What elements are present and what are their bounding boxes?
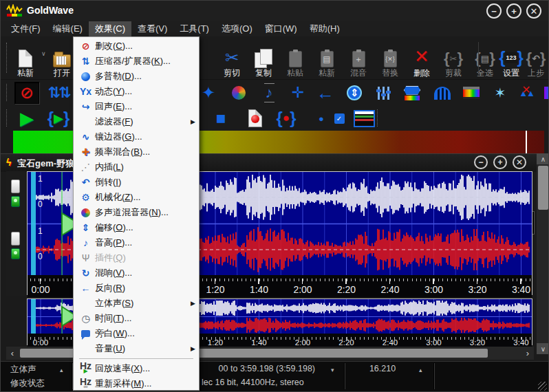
properties-button[interactable] [350, 108, 378, 129]
pop-click-button[interactable]: ✶ [486, 83, 514, 103]
menu-item-playback-rate[interactable]: Hz回放速率(X)... [74, 361, 199, 376]
menu-item-resample[interactable]: Hz重新采样(M)... [74, 376, 199, 391]
record-button[interactable]: ● [272, 108, 300, 129]
left-channel-enable-button[interactable] [11, 196, 20, 207]
scroll-up-icon[interactable]: ∧ [537, 153, 549, 164]
menu-item-echo[interactable]: ↪回声(E)... [74, 99, 199, 114]
sound-maximize-button[interactable]: + [493, 155, 507, 169]
delete-button[interactable]: ✕删除 [406, 38, 438, 78]
expand-arrows-button[interactable]: ✛ [284, 83, 312, 103]
menubar-item-效果(C)[interactable]: 效果(C) [89, 21, 131, 36]
paste-new-button[interactable]: ▤粘新 [311, 38, 343, 78]
toolbar-drag-handle[interactable] [6, 84, 9, 102]
maximize-button[interactable]: + [506, 3, 521, 19]
play-selection-button[interactable]: ▶ [45, 108, 72, 129]
edit-status-field[interactable]: 修改状态 [10, 378, 45, 389]
record-new-button[interactable] [241, 108, 269, 129]
menubar-item-窗口(W)[interactable]: 窗口(W) [259, 21, 303, 36]
toolbar-drag-handle[interactable] [6, 109, 9, 127]
new-dropdown-chevron-icon[interactable]: ∨ [41, 50, 46, 57]
offset-circle-button[interactable]: ⇕ [341, 83, 368, 103]
menu-item-reverse[interactable]: ←反向(R) [74, 281, 199, 296]
selection-field[interactable]: 00 to 3:59.198 (3:59.198) [219, 364, 315, 373]
right-channel-button[interactable] [11, 232, 20, 246]
noise-gate-button[interactable] [429, 83, 456, 103]
minimize-button[interactable]: − [486, 3, 502, 19]
position-field[interactable]: 16.210 [345, 364, 420, 373]
scroll-right-icon[interactable]: › [521, 347, 534, 360]
format-field[interactable]: lec 16 bit, 44100Hz, stereo [202, 378, 304, 387]
monitor-check[interactable]: ✓ [325, 108, 353, 129]
toolbar-drag-handle[interactable] [377, 109, 380, 127]
prohibit-button[interactable]: ⊘ [13, 83, 41, 103]
trim-button[interactable]: ✂剪裁 [438, 38, 469, 78]
undo-step-button[interactable]: ↶上步 [520, 38, 549, 78]
menu-item-plugin[interactable]: Ψ插件(Q) [74, 250, 199, 265]
position-up-icon[interactable]: ▴ [419, 367, 422, 373]
menu-item-time[interactable]: ◷时间(T)... [74, 311, 199, 326]
toolbar-drag-handle[interactable] [6, 43, 9, 72]
reverse-arrow-button[interactable]: ← [312, 83, 339, 103]
menubar-item-帮助(H)[interactable]: 帮助(H) [303, 21, 346, 36]
spectrum-button[interactable] [458, 83, 485, 103]
sound-close-button[interactable]: ✕ [513, 155, 526, 169]
menu-item-doppler[interactable]: 多普勒(D)... [74, 69, 199, 84]
channel-mode-field[interactable]: 立体声 [10, 364, 36, 375]
pitch-icon: ♪ [76, 237, 95, 249]
menu-item-mechanize[interactable]: ⚙机械化(Z)... [74, 190, 199, 205]
menu-item-reverb[interactable]: ↻混响(V)... [74, 265, 199, 281]
stop-button[interactable]: ■ [207, 108, 235, 129]
vertical-scroll-thumb[interactable] [538, 166, 548, 210]
scroll-left-icon[interactable]: ‹ [6, 347, 19, 360]
menu-item-offset[interactable]: ⇕偏移(O)... [74, 220, 199, 235]
menu-item-invert[interactable]: ↶倒转(I) [74, 175, 199, 190]
copy-button[interactable]: 复制 [248, 38, 279, 78]
menu-item-puncture[interactable]: ⊘删改(C)... [74, 39, 199, 54]
menu-item-interpolate[interactable]: ⋰内插(L) [74, 160, 199, 175]
new-button[interactable]: 粘新 [10, 38, 41, 78]
expand-arrows-icon: ✛ [292, 84, 304, 102]
vertical-scrollbar[interactable]: ∧ ∨ [537, 153, 549, 354]
cut-button[interactable]: ✂剪切 [216, 38, 248, 78]
none [76, 342, 95, 355]
scroll-down-icon[interactable]: ∨ [537, 343, 549, 354]
menu-item-pitch[interactable]: ♪音高(P)... [74, 235, 199, 250]
menu-item-label: 回放速率(X)... [95, 362, 150, 375]
menubar-item-文件(F)[interactable]: 文件(F) [5, 21, 47, 36]
channel-mode-up-icon[interactable]: ▴ [60, 367, 63, 373]
menu-item-dynamics[interactable]: Yx动态(Y)... [74, 84, 199, 99]
play-button[interactable]: ▶ [13, 108, 41, 129]
menu-item-stereo[interactable]: 立体声(S)▶ [74, 296, 199, 311]
filter-shape-button[interactable] [398, 83, 426, 103]
right-channel-enable-button[interactable] [11, 248, 20, 259]
doppler-icon [76, 70, 95, 83]
mix-button[interactable]: ＋混音 [343, 38, 374, 78]
menubar-item-编辑(E)[interactable]: 编辑(E) [47, 21, 89, 36]
left-channel-button[interactable] [11, 179, 20, 193]
menu-item-filter[interactable]: 滤波器(F)▶ [74, 114, 199, 129]
sound-minimize-button[interactable]: − [474, 155, 488, 169]
properties-icon [354, 110, 375, 127]
compress-expand-button[interactable]: ⇅⇅ [45, 83, 72, 103]
submenu-arrow-icon: ▶ [191, 300, 195, 307]
menu-item-multichannel-mixer[interactable]: 多声道混音器(N)... [74, 205, 199, 220]
pitch-staff-button[interactable]: ♪ [255, 83, 283, 103]
menu-item-voiceover[interactable]: 旁白(W)... [74, 326, 199, 341]
selection-dropdown-icon[interactable]: ▾ [331, 367, 334, 373]
channel-mixer-button[interactable] [225, 83, 252, 103]
axis-label: 2:20 [337, 284, 356, 295]
close-button[interactable]: ✕ [526, 3, 541, 19]
paste-button[interactable]: 粘贴 [279, 38, 311, 78]
replace-button[interactable]: {✕}替换 [374, 38, 406, 78]
menubar-item-查看(V)[interactable]: 查看(V) [131, 21, 173, 36]
equalizer-button[interactable] [369, 83, 397, 103]
menu-item-compressor[interactable]: ⇅压缩器/扩展器(K)... [74, 54, 199, 69]
axis-label: 2:00 [293, 284, 312, 295]
menu-item-volume[interactable]: 音量(U)▶ [74, 341, 199, 356]
menubar-item-选项(O)[interactable]: 选项(O) [215, 21, 259, 36]
partial-button[interactable] [533, 83, 549, 103]
resize-grip[interactable] [538, 382, 547, 391]
menu-item-frequency-blend[interactable]: ✚频率混合(B)... [74, 144, 199, 160]
menu-item-flanger[interactable]: ∿镶边器(G)... [74, 129, 199, 144]
menubar-item-工具(T)[interactable]: 工具(T) [173, 21, 215, 36]
